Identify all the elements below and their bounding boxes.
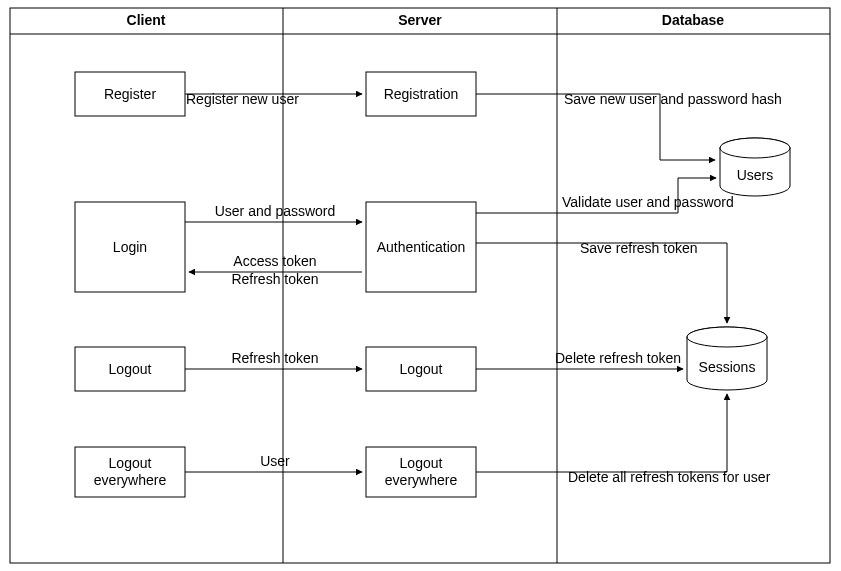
label-logout-everywhere-l1: Logout <box>109 455 152 471</box>
label-registration: Registration <box>384 86 459 102</box>
server-box-authentication: Authentication <box>366 202 476 292</box>
label-arrow-register-new-user: Register new user <box>186 91 299 107</box>
label-logout: Logout <box>109 361 152 377</box>
server-box-registration: Registration <box>366 72 476 116</box>
server-box-logout-everywhere: Logout everywhere <box>366 447 476 497</box>
label-arrow-user: User <box>260 453 290 469</box>
client-box-logout: Logout <box>75 347 185 391</box>
label-arrow-refresh-token-return: Refresh token <box>231 271 318 287</box>
arrow-save-refresh-token: Save refresh token <box>476 240 727 323</box>
label-server-logout-everywhere-l1: Logout <box>400 455 443 471</box>
arrow-user-and-password: User and password <box>185 203 362 222</box>
client-box-logout-everywhere: Logout everywhere <box>75 447 185 497</box>
label-register: Register <box>104 86 156 102</box>
label-arrow-access-token: Access token <box>233 253 316 269</box>
server-box-logout: Logout <box>366 347 476 391</box>
arrow-delete-refresh-token: Delete refresh token <box>476 350 683 369</box>
label-authentication: Authentication <box>377 239 466 255</box>
label-server-logout-everywhere-l2: everywhere <box>385 472 458 488</box>
arrow-refresh-token: Refresh token <box>185 350 362 369</box>
label-arrow-save-refresh-token: Save refresh token <box>580 240 698 256</box>
lane-title-client: Client <box>127 12 166 28</box>
label-server-logout: Logout <box>400 361 443 377</box>
label-arrow-delete-all-tokens: Delete all refresh tokens for user <box>568 469 771 485</box>
label-db-users: Users <box>737 167 774 183</box>
lane-title-database: Database <box>662 12 724 28</box>
arrow-user: User <box>185 453 362 472</box>
arrow-delete-all-tokens: Delete all refresh tokens for user <box>476 394 771 485</box>
label-arrow-validate-user: Validate user and password <box>562 194 734 210</box>
svg-point-15 <box>687 327 767 347</box>
label-db-sessions: Sessions <box>699 359 756 375</box>
arrow-validate-user: Validate user and password <box>476 178 734 213</box>
label-login: Login <box>113 239 147 255</box>
arrow-register-new-user: Register new user <box>185 91 362 107</box>
db-cylinder-sessions: Sessions <box>687 327 767 390</box>
db-cylinder-users: Users <box>720 138 790 196</box>
label-arrow-save-new-user: Save new user and password hash <box>564 91 782 107</box>
label-arrow-refresh-token: Refresh token <box>231 350 318 366</box>
arrow-access-refresh-token-return: Access token Refresh token <box>189 253 362 287</box>
auth-flow-diagram: Client Server Database Register Login Lo… <box>0 0 841 571</box>
label-arrow-user-and-password: User and password <box>215 203 336 219</box>
lane-title-server: Server <box>398 12 442 28</box>
label-logout-everywhere-l2: everywhere <box>94 472 167 488</box>
client-box-login: Login <box>75 202 185 292</box>
client-box-register: Register <box>75 72 185 116</box>
label-arrow-delete-refresh-token: Delete refresh token <box>555 350 681 366</box>
svg-point-13 <box>720 138 790 158</box>
